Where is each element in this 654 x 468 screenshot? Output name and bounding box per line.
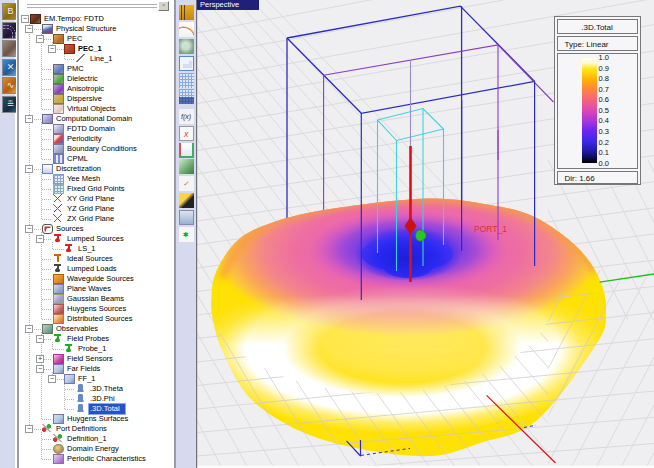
svg-text:PORT_1: PORT_1: [474, 224, 507, 234]
